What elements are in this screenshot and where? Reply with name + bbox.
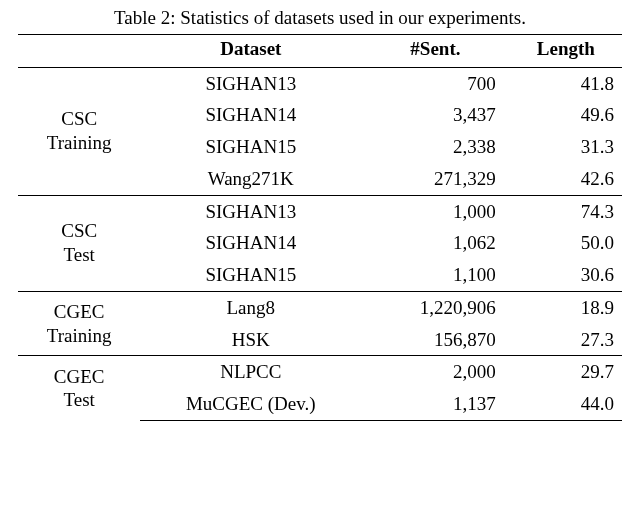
table-row: CSC Test SIGHAN13 1,000 74.3 bbox=[18, 195, 622, 227]
cell-sent: 1,062 bbox=[361, 227, 510, 259]
cell-dataset: Wang271K bbox=[140, 163, 361, 195]
table-caption: Table 2: Statistics of datasets used in … bbox=[18, 6, 622, 30]
rowgroup-label-line1: CGEC bbox=[54, 366, 105, 387]
cell-sent: 2,000 bbox=[361, 356, 510, 388]
cell-length: 44.0 bbox=[510, 388, 622, 420]
cell-length: 42.6 bbox=[510, 163, 622, 195]
rowgroup-label-line1: CSC bbox=[61, 108, 97, 129]
col-sent: #Sent. bbox=[361, 34, 510, 67]
cell-length: 29.7 bbox=[510, 356, 622, 388]
cell-length: 30.6 bbox=[510, 259, 622, 291]
cell-length: 50.0 bbox=[510, 227, 622, 259]
cell-length: 27.3 bbox=[510, 324, 622, 356]
cell-sent: 156,870 bbox=[361, 324, 510, 356]
rowgroup-label-line2: Training bbox=[47, 325, 112, 346]
cell-dataset: HSK bbox=[140, 324, 361, 356]
cell-dataset: SIGHAN14 bbox=[140, 99, 361, 131]
cell-dataset: Lang8 bbox=[140, 291, 361, 323]
stats-table: Dataset #Sent. Length CSC Training SIGHA… bbox=[18, 34, 622, 421]
col-length: Length bbox=[510, 34, 622, 67]
cell-dataset: SIGHAN15 bbox=[140, 259, 361, 291]
cell-dataset: MuCGEC (Dev.) bbox=[140, 388, 361, 420]
cell-sent: 1,137 bbox=[361, 388, 510, 420]
rowgroup-label: CGEC Training bbox=[18, 291, 140, 356]
cell-dataset: SIGHAN15 bbox=[140, 131, 361, 163]
cell-sent: 1,000 bbox=[361, 195, 510, 227]
col-empty bbox=[18, 34, 140, 67]
rowgroup-label-line2: Test bbox=[64, 389, 95, 410]
table-row: CGEC Test NLPCC 2,000 29.7 bbox=[18, 356, 622, 388]
cell-sent: 271,329 bbox=[361, 163, 510, 195]
cell-sent: 2,338 bbox=[361, 131, 510, 163]
cell-length: 18.9 bbox=[510, 291, 622, 323]
cell-sent: 1,100 bbox=[361, 259, 510, 291]
rowgroup-label-line1: CGEC bbox=[54, 301, 105, 322]
cell-dataset: SIGHAN13 bbox=[140, 195, 361, 227]
header-row: Dataset #Sent. Length bbox=[18, 34, 622, 67]
col-dataset: Dataset bbox=[140, 34, 361, 67]
table-row: CGEC Training Lang8 1,220,906 18.9 bbox=[18, 291, 622, 323]
rowgroup-label: CSC Test bbox=[18, 195, 140, 291]
cell-length: 74.3 bbox=[510, 195, 622, 227]
rowgroup-label: CSC Training bbox=[18, 67, 140, 195]
table-row: CSC Training SIGHAN13 700 41.8 bbox=[18, 67, 622, 99]
rowgroup-label: CGEC Test bbox=[18, 356, 140, 421]
rowgroup-label-line1: CSC bbox=[61, 220, 97, 241]
cell-sent: 3,437 bbox=[361, 99, 510, 131]
rowgroup-label-line2: Test bbox=[64, 244, 95, 265]
rowgroup-label-line2: Training bbox=[47, 132, 112, 153]
cell-length: 41.8 bbox=[510, 67, 622, 99]
cell-dataset: NLPCC bbox=[140, 356, 361, 388]
cell-dataset: SIGHAN14 bbox=[140, 227, 361, 259]
cell-length: 49.6 bbox=[510, 99, 622, 131]
cell-sent: 1,220,906 bbox=[361, 291, 510, 323]
cell-sent: 700 bbox=[361, 67, 510, 99]
cell-dataset: SIGHAN13 bbox=[140, 67, 361, 99]
cell-length: 31.3 bbox=[510, 131, 622, 163]
